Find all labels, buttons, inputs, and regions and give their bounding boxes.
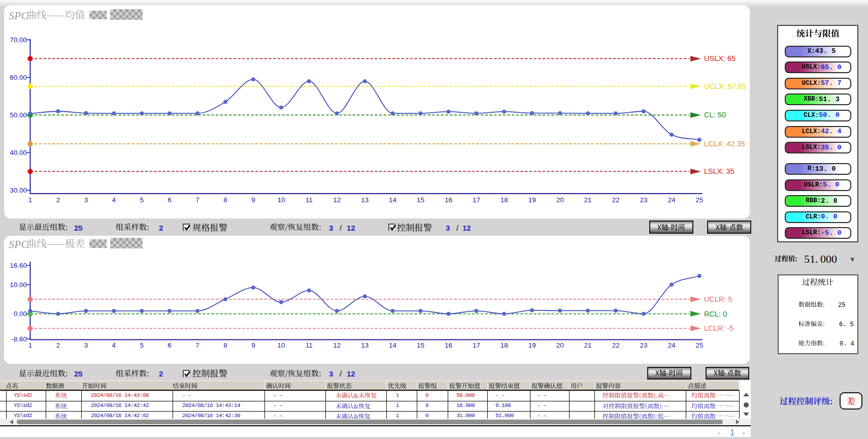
- svg-text:7: 7: [195, 341, 199, 349]
- svg-text:19: 19: [528, 196, 536, 204]
- svg-text:UCLR: 5: UCLR: 5: [704, 295, 732, 303]
- svg-text:4: 4: [112, 341, 116, 349]
- svg-text:RCL: 0: RCL: 0: [704, 310, 727, 318]
- svg-text:16.60: 16.60: [10, 262, 27, 269]
- svg-text:10: 10: [277, 196, 285, 204]
- svg-text:18: 18: [500, 341, 508, 349]
- svg-text:5: 5: [140, 341, 144, 349]
- svg-text:15: 15: [417, 196, 424, 204]
- svg-text:USLX: 65: USLX: 65: [704, 54, 736, 62]
- svg-text:20: 20: [556, 341, 564, 349]
- svg-text:40.00: 40.00: [10, 149, 27, 156]
- svg-text:-8.60: -8.60: [11, 335, 27, 343]
- svg-text:19: 19: [528, 341, 536, 349]
- svg-text:60.00: 60.00: [10, 74, 27, 81]
- svg-text:20: 20: [556, 196, 564, 204]
- svg-text:9: 9: [251, 341, 255, 349]
- svg-text:17: 17: [473, 196, 480, 204]
- svg-text:0.00: 0.00: [14, 310, 27, 318]
- svg-text:24: 24: [667, 341, 676, 349]
- svg-text:21: 21: [584, 341, 592, 349]
- svg-text:25: 25: [695, 196, 703, 204]
- svg-text:LSLX: 35: LSLX: 35: [704, 167, 735, 175]
- svg-text:30.00: 30.00: [10, 186, 27, 194]
- svg-text:25: 25: [695, 341, 703, 349]
- svg-text:11: 11: [306, 341, 313, 349]
- svg-text:7: 7: [195, 196, 199, 204]
- svg-text:23: 23: [640, 341, 647, 349]
- svg-text:14: 14: [389, 196, 397, 204]
- svg-text:21: 21: [584, 196, 592, 204]
- svg-text:5: 5: [140, 196, 144, 204]
- svg-text:8: 8: [223, 196, 227, 204]
- svg-text:2: 2: [56, 341, 60, 349]
- svg-text:10: 10: [277, 341, 285, 349]
- svg-text:24: 24: [667, 196, 676, 204]
- svg-text:13: 13: [361, 196, 369, 204]
- svg-text:13: 13: [361, 341, 369, 349]
- svg-text:50.00: 50.00: [10, 111, 27, 119]
- svg-text:LCLR: -5: LCLR: -5: [704, 324, 733, 332]
- svg-text:12: 12: [333, 196, 341, 204]
- svg-text:11: 11: [306, 196, 313, 204]
- svg-text:23: 23: [640, 196, 647, 204]
- svg-text:6: 6: [168, 196, 172, 204]
- svg-text:15: 15: [417, 341, 424, 349]
- svg-text:17: 17: [473, 341, 480, 349]
- svg-text:1: 1: [28, 341, 32, 349]
- svg-text:12: 12: [333, 341, 341, 349]
- svg-text:22: 22: [612, 341, 619, 349]
- svg-text:16: 16: [445, 341, 452, 349]
- svg-text:CL: 50: CL: 50: [704, 111, 726, 119]
- svg-text:3: 3: [84, 196, 88, 204]
- svg-text:18: 18: [500, 196, 508, 204]
- svg-text:14: 14: [389, 341, 397, 349]
- svg-text:2: 2: [56, 196, 60, 204]
- svg-text:LCLX: 42.35: LCLX: 42.35: [704, 140, 745, 148]
- svg-text:9: 9: [251, 196, 255, 204]
- svg-text:8: 8: [223, 341, 227, 349]
- svg-text:16: 16: [445, 196, 452, 204]
- svg-text:3: 3: [84, 341, 88, 349]
- svg-text:70.00: 70.00: [10, 36, 27, 44]
- svg-text:1: 1: [28, 196, 32, 204]
- svg-text:10.00: 10.00: [10, 281, 27, 289]
- svg-text:6: 6: [168, 341, 172, 349]
- svg-text:UCLX: 57.65: UCLX: 57.65: [704, 82, 746, 90]
- svg-text:22: 22: [612, 196, 619, 204]
- svg-text:4: 4: [112, 196, 116, 204]
